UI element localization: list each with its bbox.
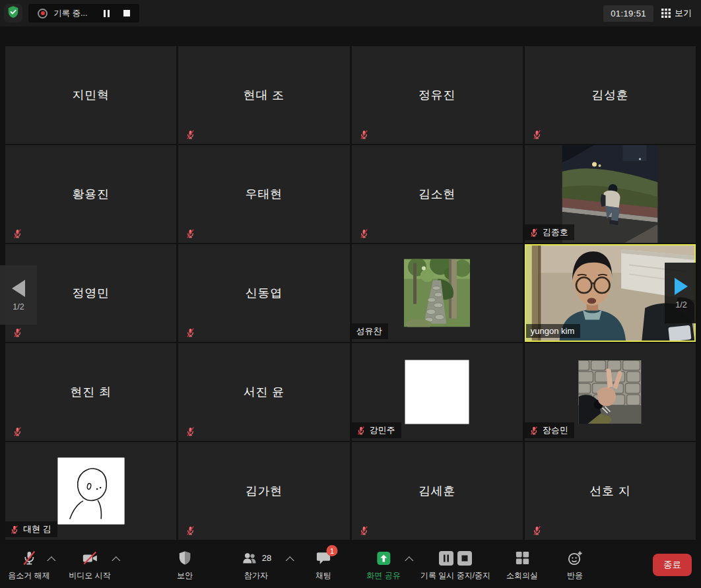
toolbar-chat-button[interactable]: 1채팅 (316, 549, 332, 581)
pause-stop-icons (439, 549, 472, 567)
participant-tile[interactable]: 선호 지 (525, 442, 696, 540)
muted-mic-icon (185, 327, 195, 338)
toolbar-item-label: 반응 (567, 570, 583, 581)
recording-label: 기록 중... (53, 8, 87, 19)
participant-name: 김종호 (543, 226, 568, 238)
participant-tile[interactable]: 김세훈 (352, 442, 523, 540)
participant-tile[interactable]: 서진 윤 (178, 343, 349, 441)
toolbar-breakout-rooms-button[interactable]: 소회의실 (506, 549, 538, 581)
participant-name-label: 장승민 (525, 422, 574, 438)
participant-tile[interactable]: 현진 최 (5, 343, 176, 441)
muted-mic-icon (532, 129, 542, 140)
toolbar-item-label: 화면 공유 (366, 570, 400, 581)
participant-avatar (562, 145, 658, 243)
chevron-up-icon[interactable] (286, 556, 294, 565)
toolbar-start-video-button[interactable]: 비디오 시작 (69, 549, 110, 581)
previous-page-button[interactable]: 1/2 (0, 265, 37, 325)
participant-name: 신동엽 (178, 244, 349, 342)
participant-avatar (404, 259, 470, 327)
participant-name: 선호 지 (525, 442, 696, 540)
participant-name: 장승민 (543, 424, 568, 436)
toolbar-item-label: 기록 일시 중지/중지 (420, 570, 490, 581)
recording-indicator: 기록 중... (28, 4, 139, 22)
recording-stop-button[interactable] (123, 10, 130, 16)
meeting-window: 기록 중... 01:19:51 보기 지민혁현대 조정유진김성훈황용진우태현김… (0, 0, 701, 588)
share-screen-icon (375, 549, 392, 567)
participant-name: 정유진 (352, 46, 523, 144)
participant-tile[interactable]: 강민주 (352, 343, 523, 441)
participant-name: 지민혁 (5, 46, 176, 144)
muted-mic-icon (10, 525, 19, 535)
toolbar-unmute-button[interactable]: 음소거 해제 (8, 549, 50, 581)
participant-tile[interactable]: 김소현 (352, 145, 523, 243)
muted-mic-icon (359, 129, 369, 140)
participant-tile[interactable]: 신동엽 (178, 244, 349, 342)
chat-unread-badge: 1 (327, 545, 338, 556)
shield-icon (177, 549, 193, 567)
toolbar-item-label: 소회의실 (506, 570, 538, 581)
toolbar-security-button[interactable]: 보안 (177, 549, 193, 581)
muted-mic-icon (13, 426, 22, 437)
bottom-toolbar: 종료 음소거 해제비디오 시작보안28참가자1채팅화면 공유기록 일시 중지/중… (0, 544, 701, 588)
participant-tile[interactable]: 현대 조 (178, 46, 349, 144)
toolbar-item-label: 음소거 해제 (8, 570, 50, 581)
page-indicator: 1/2 (675, 300, 686, 310)
participant-name-label: 대현 김 (5, 521, 57, 537)
participant-name: 김소현 (352, 145, 523, 243)
end-meeting-button[interactable]: 종료 (653, 554, 692, 576)
security-shield-button[interactable] (4, 4, 22, 22)
participant-tile[interactable]: 김종호 (525, 145, 696, 243)
recording-pause-button[interactable] (102, 9, 111, 18)
participant-name-label: yungon kim (526, 324, 580, 338)
next-page-button[interactable]: 1/2 (665, 263, 698, 323)
participant-tile[interactable]: 장승민 (525, 343, 696, 441)
muted-mic-icon (356, 426, 366, 436)
participants-icon: 28 (241, 549, 271, 567)
muted-mic-icon (359, 228, 369, 239)
participant-name: 현대 조 (178, 46, 349, 144)
participant-tile[interactable]: 성유찬 (352, 244, 523, 342)
muted-mic-icon (359, 525, 369, 536)
participant-tile[interactable]: 우태현 (178, 145, 349, 243)
grid-view-icon (661, 9, 671, 18)
participant-tile[interactable]: 지민혁 (5, 46, 176, 144)
participant-name: 김성훈 (525, 46, 696, 144)
view-button[interactable]: 보기 (661, 7, 692, 19)
muted-mic-icon (185, 525, 195, 536)
participant-tile[interactable]: 대현 김 (5, 442, 176, 540)
participant-name: 대현 김 (23, 523, 51, 535)
participant-tile[interactable]: 김가현 (178, 442, 349, 540)
toolbar-participants-button[interactable]: 28참가자 (241, 549, 271, 581)
view-label: 보기 (675, 7, 692, 19)
chevron-up-icon[interactable] (405, 556, 413, 565)
participant-tile[interactable]: 정유진 (352, 46, 523, 144)
record-dot-icon (38, 9, 48, 18)
toolbar-record-control-button[interactable]: 기록 일시 중지/중지 (420, 549, 490, 581)
participant-name: 서진 윤 (178, 343, 349, 441)
muted-mic-icon (13, 327, 22, 338)
participant-name: 강민주 (370, 424, 395, 436)
toolbar-item-label: 채팅 (316, 570, 331, 581)
participant-tile[interactable]: 김성훈 (525, 46, 696, 144)
next-page-arrow-icon (673, 277, 689, 296)
chat-icon: 1 (316, 549, 332, 567)
top-bar: 기록 중... 01:19:51 보기 (0, 0, 701, 26)
participant-avatar (405, 360, 469, 424)
previous-page-arrow-icon (11, 279, 26, 298)
muted-mic-icon (185, 426, 195, 437)
shield-check-icon (7, 5, 20, 21)
participant-avatar (57, 458, 124, 525)
muted-mic-icon (185, 228, 195, 239)
mic-off-icon (20, 549, 38, 567)
toolbar-reactions-button[interactable]: 반응 (566, 549, 584, 581)
toolbar-share-screen-button[interactable]: 화면 공유 (366, 549, 400, 581)
chevron-up-icon[interactable] (112, 556, 120, 565)
video-off-icon (81, 549, 98, 567)
participant-name-label: 강민주 (352, 422, 401, 438)
chevron-up-icon[interactable] (47, 556, 55, 565)
toolbar-item-label: 참가자 (244, 570, 268, 581)
participant-name-label: 김종호 (525, 224, 574, 240)
participant-tile[interactable]: 황용진 (5, 145, 176, 243)
reactions-icon (566, 549, 584, 567)
participant-name: yungon kim (531, 326, 574, 336)
